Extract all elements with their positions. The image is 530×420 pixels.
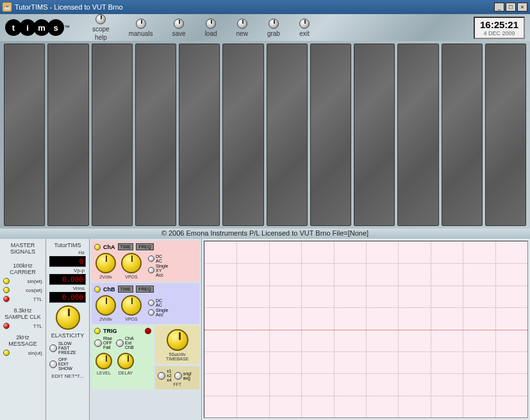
trig-delay-knob[interactable] (117, 353, 134, 369)
connector-icon[interactable] (3, 296, 10, 302)
status-bar: © 2006 Emona Instruments P/L Licensed to… (0, 229, 530, 239)
knob-icon (237, 19, 247, 29)
clock-time: 16:25:21 (480, 19, 518, 30)
scope-trace (204, 330, 527, 330)
clock: 16:25:21 4 DEC 2009 (474, 17, 525, 39)
tims-logo: t i m s ™ (5, 19, 70, 36)
led-icon (94, 286, 101, 293)
load-button[interactable]: load (205, 19, 217, 37)
elasticity-knob[interactable] (56, 305, 80, 330)
rack-slot[interactable] (135, 44, 176, 226)
rack-slot[interactable] (47, 44, 88, 226)
fft-panel: x1x2x4 snglavg FFT (155, 366, 199, 389)
connector-icon[interactable] (3, 323, 10, 329)
trigger-led-icon (145, 328, 151, 334)
chb-vpos-knob[interactable] (121, 295, 142, 316)
connector-icon[interactable] (3, 287, 10, 293)
manuals-button[interactable]: manuals (129, 19, 153, 37)
tutor-panel: TutorTIMS Hz 0 Vp-p 0.000 Vrms 0.000 ELA… (46, 239, 90, 420)
led-icon (94, 328, 101, 334)
rack-slot[interactable] (442, 44, 483, 226)
carrier-label: 100kHz CARRIER (2, 262, 44, 275)
vpp-readout: 0.000 (49, 274, 86, 285)
new-button[interactable]: new (236, 19, 248, 37)
toolbar: t i m s ™ scope help manuals save load n… (0, 14, 530, 41)
chb-coupling-switch[interactable] (148, 300, 154, 306)
cha-scale-knob[interactable] (95, 253, 116, 273)
sample-label: 8.3kHz SAMPLE CLK (2, 307, 44, 320)
led-icon (94, 244, 101, 250)
cha-mode-switch[interactable] (148, 267, 154, 273)
rack-slot[interactable] (179, 44, 220, 226)
knob-icon (136, 19, 146, 29)
minimize-button[interactable]: _ (494, 3, 504, 12)
knob-icon (95, 14, 106, 24)
scope-display-column (202, 239, 530, 420)
rack-slot[interactable] (485, 44, 526, 226)
trig-source-switch[interactable] (116, 339, 124, 347)
speed-switch[interactable] (49, 344, 57, 352)
chb-freq-button[interactable]: FREQ (136, 286, 153, 293)
grab-button[interactable]: grab (267, 19, 280, 37)
exit-button[interactable]: exit (299, 19, 310, 37)
trigger-panel: TRIG RiseOFFFall ChAExtChB LEVEL DELAY (92, 325, 154, 389)
app-icon: ☕ (3, 3, 12, 12)
clock-date: 4 DEC 2009 (480, 30, 518, 36)
cha-time-button[interactable]: TIME (118, 243, 134, 250)
cha-coupling-switch[interactable] (148, 255, 154, 262)
master-signals-panel: MASTER SIGNALS 100kHz CARRIER sin(wt) co… (0, 239, 46, 420)
edit-switch[interactable] (49, 360, 57, 368)
knob-icon (299, 19, 310, 29)
channel-b-panel: ChB TIME FREQ 2V/div VPOS DCAC SingleAcc (92, 283, 199, 324)
rack-slot[interactable] (222, 44, 263, 226)
rack-slot[interactable] (267, 44, 308, 226)
rack-slot[interactable] (92, 44, 133, 226)
chb-time-button[interactable]: TIME (118, 286, 134, 293)
vrms-readout: 0.000 (49, 292, 86, 303)
chb-mode-switch[interactable] (148, 309, 154, 316)
tutor-title: TutorTIMS (48, 242, 87, 248)
master-title: MASTER SIGNALS (2, 242, 44, 255)
knob-icon (206, 19, 216, 29)
timebase-knob[interactable] (167, 329, 188, 351)
rack-slot[interactable] (4, 44, 45, 226)
message-label: 2kHz MESSAGE (2, 334, 44, 347)
fft-avg-switch[interactable] (174, 372, 182, 380)
chb-scale-knob[interactable] (95, 295, 116, 316)
scope-button[interactable]: scope help (92, 14, 110, 41)
rack-slot[interactable] (397, 44, 438, 226)
knob-icon (174, 19, 184, 29)
window-title: TutorTIMS - Licensed to VUT Brno (15, 3, 123, 11)
knob-icon (269, 19, 279, 29)
fft-mult-switch[interactable] (158, 372, 165, 380)
control-area: MASTER SIGNALS 100kHz CARRIER sin(wt) co… (0, 239, 530, 420)
rack-slot[interactable] (354, 44, 395, 226)
maximize-button[interactable]: □ (506, 3, 516, 12)
rack-slot[interactable] (310, 44, 351, 226)
trig-edge-switch[interactable] (94, 339, 102, 347)
connector-icon[interactable] (3, 278, 10, 284)
trig-level-knob[interactable] (95, 353, 112, 369)
title-bar: ☕ TutorTIMS - Licensed to VUT Brno _ □ × (0, 0, 530, 14)
scope-controls-panel: ChA TIME FREQ 2V/div VPOS DCAC SingleXYA… (90, 239, 202, 420)
timebase-panel: 50us/div TIMEBASE (155, 325, 199, 364)
close-button[interactable]: × (517, 3, 527, 12)
module-rack (0, 41, 530, 229)
cha-vpos-knob[interactable] (121, 253, 142, 273)
hz-readout: 0 (49, 256, 86, 267)
connector-icon[interactable] (3, 350, 10, 356)
channel-a-panel: ChA TIME FREQ 2V/div VPOS DCAC SingleXYA… (92, 241, 199, 282)
oscilloscope-display[interactable] (204, 241, 528, 418)
save-button[interactable]: save (172, 19, 186, 37)
cha-freq-button[interactable]: FREQ (136, 243, 153, 250)
